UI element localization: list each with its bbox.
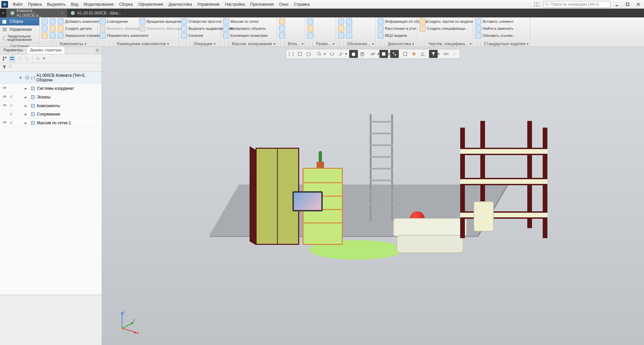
ribbon-cmd[interactable]: Сечение bbox=[180, 32, 219, 39]
ribbon-cmd[interactable] bbox=[49, 25, 56, 32]
tree-root[interactable]: ▾ (-) А1.000СБ Комната (Тел-0, Сборочн bbox=[0, 72, 102, 84]
snap-icon[interactable] bbox=[390, 50, 399, 58]
mode-solid[interactable]: Твердотельное моделирование bbox=[0, 33, 39, 43]
menu-assembly[interactable]: Сборка bbox=[116, 1, 136, 8]
include-icon[interactable]: E bbox=[9, 94, 14, 99]
wireframe-icon[interactable] bbox=[358, 50, 367, 58]
ribbon-cmd[interactable] bbox=[337, 25, 345, 32]
visibility-icon[interactable] bbox=[2, 120, 7, 126]
tree-node[interactable]: E▸Сопряжения bbox=[0, 110, 102, 119]
ribbon-cmd[interactable] bbox=[278, 32, 286, 39]
ribbon-cmd[interactable] bbox=[278, 18, 286, 25]
visibility-icon[interactable] bbox=[2, 85, 7, 91]
ribbon-cmd[interactable] bbox=[307, 32, 314, 39]
expand-icon[interactable]: ▸ bbox=[25, 95, 29, 99]
ribbon-cmd[interactable]: Копировать объекты bbox=[222, 25, 261, 32]
tree-node[interactable]: ▸Системы координат bbox=[0, 84, 102, 93]
ribbon-cmd[interactable]: МЦХ модели bbox=[377, 32, 416, 39]
menu-file[interactable]: Файл bbox=[10, 1, 25, 8]
tree-expand-icon[interactable] bbox=[35, 55, 41, 62]
maximize-button[interactable] bbox=[623, 1, 632, 7]
ribbon-cmd[interactable]: Найти и заменить bbox=[475, 25, 514, 32]
include-icon[interactable]: E bbox=[9, 120, 14, 125]
section-icon[interactable] bbox=[379, 50, 388, 58]
visibility-icon[interactable] bbox=[2, 94, 7, 100]
close-button[interactable] bbox=[634, 1, 643, 7]
ribbon-cmd[interactable]: Коллекция геометрии bbox=[222, 32, 261, 39]
ribbon-cmd[interactable]: Переместить компонент bbox=[99, 32, 138, 39]
panel-tab-tree[interactable]: Дерево: структура bbox=[27, 47, 65, 54]
hide-icon[interactable] bbox=[369, 50, 377, 58]
panel-tab-params[interactable]: Параметры bbox=[0, 47, 27, 54]
grip-icon[interactable]: ⋮⋮ bbox=[287, 50, 296, 58]
menu-modeling[interactable]: Моделирование bbox=[81, 1, 116, 8]
view-iso-icon[interactable] bbox=[304, 50, 313, 58]
collapse-icon[interactable]: ▾ bbox=[19, 75, 23, 80]
expand-icon[interactable]: ▸ bbox=[25, 104, 29, 108]
menu-apps[interactable]: Приложения bbox=[248, 1, 276, 8]
include-icon[interactable]: E bbox=[9, 112, 14, 117]
menu-manage[interactable]: Управление bbox=[195, 1, 222, 8]
expand-icon[interactable]: ▸ bbox=[25, 86, 29, 91]
ribbon-cmd[interactable] bbox=[49, 32, 56, 39]
ribbon-cmd[interactable] bbox=[337, 18, 345, 25]
command-search[interactable]: Поиск по командам (Alt+/) bbox=[543, 1, 610, 8]
tool-3-icon[interactable] bbox=[418, 50, 427, 58]
tool-2-icon[interactable] bbox=[410, 50, 418, 58]
ribbon-cmd[interactable] bbox=[278, 25, 286, 32]
menu-format[interactable]: Оформление bbox=[136, 1, 166, 8]
mode-manage[interactable]: Управление bbox=[0, 25, 39, 33]
tree-node[interactable]: E▸Эскизы bbox=[0, 93, 102, 101]
view-normal-icon[interactable] bbox=[296, 50, 304, 58]
menu-diagnostics[interactable]: Диагностика bbox=[166, 1, 195, 8]
ribbon-cmd[interactable] bbox=[307, 25, 314, 32]
ribbon-cmd[interactable] bbox=[345, 32, 353, 39]
menu-window[interactable]: Окно bbox=[276, 1, 291, 8]
ribbon-cmd[interactable]: Зеркальное отражение... bbox=[57, 32, 96, 39]
minimize-button[interactable] bbox=[612, 1, 621, 7]
ribbon-cmd[interactable]: Включить фиксацию bbox=[99, 25, 138, 32]
zoom-icon[interactable] bbox=[315, 50, 324, 58]
layout-icon[interactable] bbox=[533, 1, 541, 7]
ribbon-cmd[interactable] bbox=[337, 32, 345, 39]
tree-mode-2-icon[interactable] bbox=[9, 55, 15, 62]
chevron-down-icon[interactable]: ▼ bbox=[42, 56, 46, 61]
shaded-icon[interactable] bbox=[349, 50, 358, 58]
ribbon-cmd[interactable]: Массив по сетке bbox=[222, 18, 261, 25]
ribbon-cmd[interactable]: Создать деталь bbox=[57, 25, 96, 32]
ribbon-cmd[interactable]: Вставить элемент bbox=[475, 18, 514, 25]
ribbon-cmd[interactable] bbox=[41, 25, 48, 32]
ribbon-cmd[interactable]: Отключить фиксацию bbox=[139, 25, 177, 32]
filter-toolbar-icon[interactable] bbox=[429, 50, 438, 58]
ribbon-cmd[interactable]: Отверстие простое bbox=[180, 18, 219, 25]
ribbon-cmd[interactable] bbox=[41, 18, 48, 25]
tree-mode-1-icon[interactable] bbox=[1, 55, 8, 62]
ribbon-cmd[interactable]: Совпадение bbox=[99, 18, 138, 25]
ribbon-cmd[interactable] bbox=[345, 25, 353, 32]
viewport-3d[interactable]: ⋮⋮ ▾ ▾ ▾ ▾ ▾ bbox=[102, 47, 644, 345]
doc-tab-1[interactable]: А1.20.01.000СБ - Шка... bbox=[67, 9, 125, 17]
ribbon-cmd[interactable]: Создать спецификаци... bbox=[419, 25, 458, 32]
ribbon-cmd[interactable] bbox=[345, 18, 353, 25]
ribbon-cmd[interactable]: Вращение-вращение bbox=[139, 18, 177, 25]
tree-mode-3-icon[interactable] bbox=[16, 55, 23, 62]
include-icon[interactable]: E bbox=[9, 103, 14, 108]
menu-help[interactable]: Справка bbox=[291, 1, 312, 8]
ribbon-cmd[interactable]: Расстояние и угол bbox=[377, 25, 416, 32]
eyedropper-icon[interactable] bbox=[450, 50, 459, 58]
menu-edit[interactable]: Правка bbox=[25, 1, 45, 8]
tree-search[interactable] bbox=[9, 65, 100, 70]
expand-icon[interactable]: ▸ bbox=[25, 121, 29, 125]
gear-icon[interactable] bbox=[93, 47, 102, 54]
ribbon-cmd[interactable] bbox=[49, 18, 56, 25]
tree-mode-4-icon[interactable] bbox=[23, 55, 30, 62]
mode-assembly[interactable]: Сборка bbox=[0, 17, 39, 25]
ribbon-cmd[interactable]: Вырезать выдавливанием bbox=[180, 25, 219, 32]
orient-icon[interactable] bbox=[336, 50, 345, 58]
menu-select[interactable]: Выделить bbox=[44, 1, 68, 8]
filter-icon[interactable] bbox=[1, 64, 7, 70]
tool-1-icon[interactable] bbox=[401, 50, 410, 58]
ribbon-cmd[interactable]: Обновить ссылки... bbox=[475, 32, 514, 39]
tree-node[interactable]: E▸Массив по сетке:1 bbox=[0, 119, 102, 127]
rotate-icon[interactable] bbox=[328, 50, 336, 58]
